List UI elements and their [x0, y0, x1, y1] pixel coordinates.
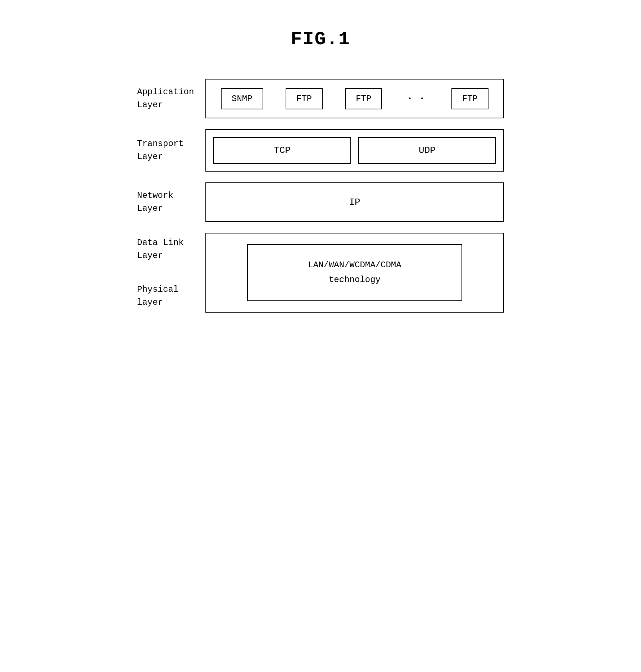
dots: ・・ [405, 92, 429, 105]
diagram: Application Layer SNMP FTP FTP ・・ FTP Tr… [123, 79, 518, 313]
udp-box: UDP [358, 137, 496, 164]
ftp-box-2: FTP [345, 88, 382, 109]
network-layer-label: Network Layer [137, 189, 195, 215]
data-physical-labels: Data Link Layer Physical layer [137, 233, 195, 313]
figure-title: FIG.1 [291, 29, 350, 50]
snmp-box: SNMP [221, 88, 263, 109]
transport-layer-row: Transport Layer TCP UDP [137, 129, 504, 172]
tcp-box: TCP [213, 137, 351, 164]
data-physical-inner-box: LAN/WAN/WCDMA/CDMA technology [247, 244, 462, 301]
transport-layer-label: Transport Layer [137, 137, 195, 163]
ftp-box-3: FTP [451, 88, 488, 109]
datalink-label: Data Link Layer [137, 233, 195, 262]
application-layer-label: Application Layer [137, 86, 195, 112]
page-container: FIG.1 Application Layer SNMP FTP FTP ・・ … [123, 22, 518, 313]
ftp-box-1: FTP [286, 88, 323, 109]
physical-label: Physical layer [137, 283, 195, 313]
data-physical-outer-box: LAN/WAN/WCDMA/CDMA technology [205, 233, 504, 313]
transport-layer-box: TCP UDP [205, 129, 504, 172]
network-layer-box: IP [205, 182, 504, 222]
application-layer-box: SNMP FTP FTP ・・ FTP [205, 79, 504, 118]
application-layer-content: SNMP FTP FTP ・・ FTP [213, 88, 496, 109]
ip-text: IP [349, 197, 360, 208]
application-layer-row: Application Layer SNMP FTP FTP ・・ FTP [137, 79, 504, 118]
transport-content: TCP UDP [213, 137, 496, 164]
data-physical-wrapper: Data Link Layer Physical layer LAN/WAN/W… [137, 233, 504, 313]
network-layer-row: Network Layer IP [137, 182, 504, 222]
